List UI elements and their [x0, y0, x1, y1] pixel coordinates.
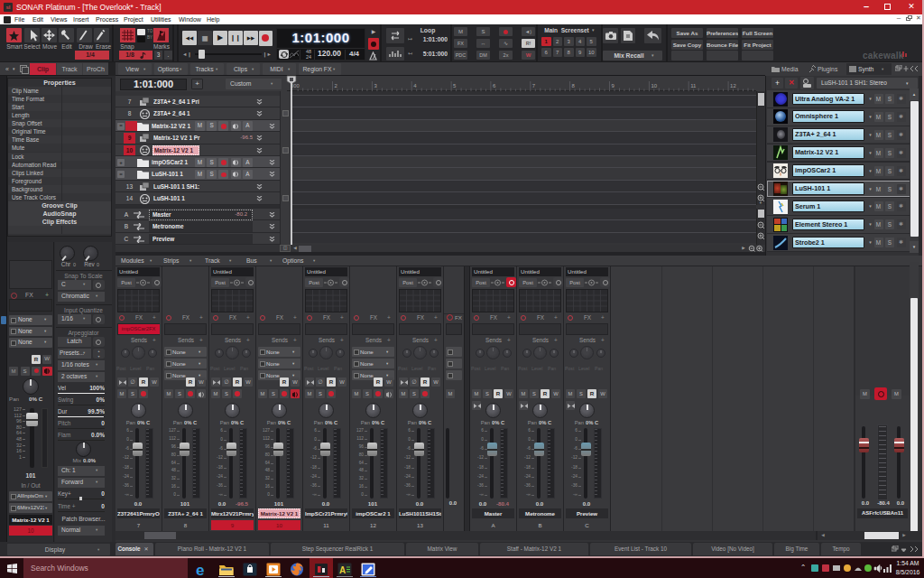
svg-text:12: 12: [730, 83, 736, 89]
svg-text:7: 7: [532, 83, 536, 89]
svg-text:6: 6: [493, 83, 496, 89]
svg-text:8: 8: [572, 83, 576, 89]
svg-text:A: A: [339, 565, 346, 575]
svg-text:11: 11: [690, 83, 697, 89]
svg-text:10: 10: [651, 83, 657, 89]
svg-text:4: 4: [413, 83, 417, 89]
svg-text:9: 9: [612, 83, 615, 89]
svg-text:2: 2: [335, 83, 338, 89]
svg-text:3: 3: [374, 83, 377, 89]
svg-text:5: 5: [453, 83, 457, 89]
svg-text:e: e: [196, 563, 204, 576]
